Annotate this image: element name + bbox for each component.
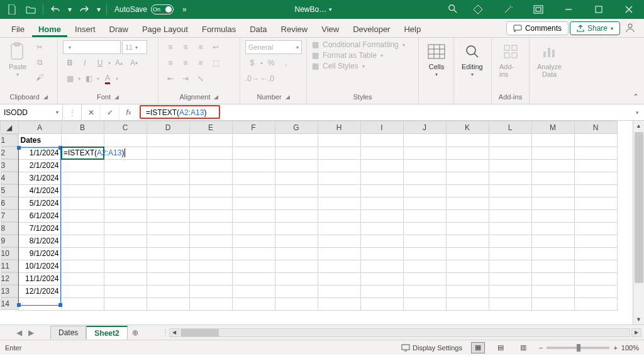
font-size-combo[interactable]: 11▾ bbox=[122, 40, 147, 54]
maximize-button[interactable] bbox=[586, 0, 611, 19]
orientation-button[interactable]: ⤡ bbox=[194, 72, 208, 86]
name-box[interactable]: ISODD ▾ bbox=[0, 104, 63, 120]
page-break-view-button[interactable]: ▥ bbox=[516, 342, 530, 353]
align-top-button[interactable]: ≡ bbox=[164, 40, 177, 54]
col-header[interactable]: I bbox=[360, 121, 403, 134]
zoom-control[interactable]: − + 100% bbox=[539, 344, 639, 352]
row-header[interactable]: 8 bbox=[1, 222, 18, 235]
currency-button[interactable]: $ bbox=[245, 56, 259, 70]
row-header[interactable]: 7 bbox=[1, 209, 18, 222]
open-file-icon[interactable] bbox=[23, 2, 39, 17]
cell[interactable]: 10/1/2024 bbox=[18, 260, 61, 272]
dialog-launcher-icon[interactable]: ◢ bbox=[286, 94, 290, 100]
copy-button[interactable]: ⧉ bbox=[33, 55, 47, 69]
minimize-button[interactable] bbox=[556, 0, 581, 19]
wrap-text-button[interactable]: ↩ bbox=[209, 40, 223, 54]
decrease-indent-button[interactable]: ⇤ bbox=[164, 72, 177, 86]
display-settings-button[interactable]: Display Settings bbox=[401, 344, 462, 352]
cell[interactable] bbox=[61, 147, 104, 159]
new-file-icon[interactable] bbox=[4, 2, 20, 17]
tab-developer[interactable]: Developer bbox=[347, 21, 396, 37]
align-right-button[interactable]: ≡ bbox=[194, 56, 208, 70]
sheet-nav[interactable]: ◀▶ bbox=[0, 328, 50, 337]
row-header[interactable]: 12 bbox=[1, 272, 18, 285]
col-header[interactable]: K bbox=[446, 121, 489, 134]
format-painter-button[interactable]: 🖌 bbox=[33, 70, 47, 84]
tab-view[interactable]: View bbox=[315, 21, 345, 37]
increase-decimal-button[interactable]: .0→ bbox=[245, 72, 259, 86]
tab-data[interactable]: Data bbox=[243, 21, 273, 37]
row-header[interactable]: 2 bbox=[1, 147, 18, 159]
dialog-launcher-icon[interactable]: ◢ bbox=[114, 94, 119, 100]
close-button[interactable] bbox=[616, 0, 641, 19]
col-header[interactable]: A bbox=[18, 121, 61, 134]
row-header[interactable]: 10 bbox=[1, 247, 18, 260]
search-button[interactable] bbox=[440, 4, 465, 15]
tab-review[interactable]: Review bbox=[275, 21, 314, 37]
zoom-slider[interactable] bbox=[547, 347, 609, 349]
align-middle-button[interactable]: ≡ bbox=[179, 40, 192, 54]
select-all-button[interactable]: ◢ bbox=[1, 121, 19, 134]
italic-button[interactable]: I bbox=[78, 56, 92, 70]
row-header[interactable]: 13 bbox=[1, 285, 18, 297]
col-header[interactable]: E bbox=[189, 121, 232, 134]
row-header[interactable]: 9 bbox=[1, 235, 18, 247]
underline-button[interactable]: U bbox=[93, 56, 107, 70]
redo-dropdown[interactable]: ▾ bbox=[95, 2, 103, 17]
increase-indent-button[interactable]: ⇥ bbox=[179, 72, 192, 86]
conditional-formatting-button[interactable]: ▦Conditional Formatting▾ bbox=[312, 40, 405, 49]
cells-button[interactable]: Cells▾ bbox=[424, 40, 449, 79]
autosave-toggle[interactable]: On bbox=[151, 4, 174, 14]
row-header[interactable]: 6 bbox=[1, 197, 18, 209]
zoom-level[interactable]: 100% bbox=[621, 344, 639, 352]
paste-button[interactable]: Paste ▾ bbox=[5, 40, 30, 79]
insert-function-button[interactable]: fx bbox=[119, 104, 138, 120]
cell[interactable]: 2/1/2024 bbox=[18, 159, 61, 172]
scroll-left-button[interactable]: ◀ bbox=[169, 328, 179, 337]
row-header[interactable]: 5 bbox=[1, 184, 18, 197]
zoom-in-button[interactable]: + bbox=[613, 344, 617, 352]
row-header[interactable]: 14 bbox=[1, 297, 18, 310]
tab-draw[interactable]: Draw bbox=[103, 21, 135, 37]
cell[interactable]: 4/1/2024 bbox=[18, 184, 61, 197]
col-header[interactable]: L bbox=[489, 121, 531, 134]
font-color-button[interactable]: A bbox=[101, 72, 114, 86]
wand-icon[interactable] bbox=[496, 0, 521, 19]
align-left-button[interactable]: ≡ bbox=[164, 56, 177, 70]
zoom-out-button[interactable]: − bbox=[539, 344, 543, 352]
align-center-button[interactable]: ≡ bbox=[179, 56, 192, 70]
redo-button[interactable] bbox=[76, 2, 92, 17]
cell[interactable]: 8/1/2024 bbox=[18, 235, 61, 247]
formula-input[interactable]: =ISTEXT(A2:A13) bbox=[138, 104, 630, 120]
row-header[interactable]: 1 bbox=[1, 134, 18, 147]
cell[interactable]: Dates bbox=[18, 134, 61, 147]
col-header[interactable]: D bbox=[147, 121, 189, 134]
col-header[interactable]: B bbox=[61, 121, 104, 134]
tab-page-layout[interactable]: Page Layout bbox=[136, 21, 194, 37]
tab-insert[interactable]: Insert bbox=[69, 21, 102, 37]
col-header[interactable]: M bbox=[531, 121, 574, 134]
cell[interactable]: 11/1/2024 bbox=[18, 272, 61, 285]
merge-button[interactable]: ⬚ bbox=[209, 56, 223, 70]
borders-button[interactable]: ▦ bbox=[63, 72, 77, 86]
row-header[interactable]: 3 bbox=[1, 159, 18, 172]
scroll-thumb[interactable] bbox=[635, 132, 643, 283]
col-header[interactable]: N bbox=[574, 121, 617, 134]
dialog-launcher-icon[interactable]: ◢ bbox=[43, 94, 48, 100]
cell[interactable]: 5/1/2024 bbox=[18, 197, 61, 209]
scroll-up-button[interactable]: ▲ bbox=[633, 121, 644, 131]
tab-formulas[interactable]: Formulas bbox=[196, 21, 242, 37]
col-header[interactable]: F bbox=[232, 121, 275, 134]
sheet-tab-sheet2[interactable]: Sheet2 bbox=[86, 326, 127, 340]
decrease-decimal-button[interactable]: ←.0 bbox=[260, 72, 274, 86]
horizontal-scrollbar[interactable]: ◀ ▶ bbox=[169, 328, 644, 337]
row-header[interactable]: 11 bbox=[1, 260, 18, 272]
row-header[interactable]: 4 bbox=[1, 172, 18, 184]
vertical-scrollbar[interactable]: ▲ ▼ bbox=[633, 121, 644, 325]
increase-font-button[interactable]: A▴ bbox=[112, 56, 126, 70]
font-name-combo[interactable]: ▾ bbox=[63, 40, 121, 54]
accept-formula-button[interactable]: ✓ bbox=[101, 104, 119, 120]
col-header[interactable]: G bbox=[275, 121, 318, 134]
cell[interactable]: 3/1/2024 bbox=[18, 172, 61, 184]
scroll-right-button[interactable]: ▶ bbox=[631, 328, 641, 337]
